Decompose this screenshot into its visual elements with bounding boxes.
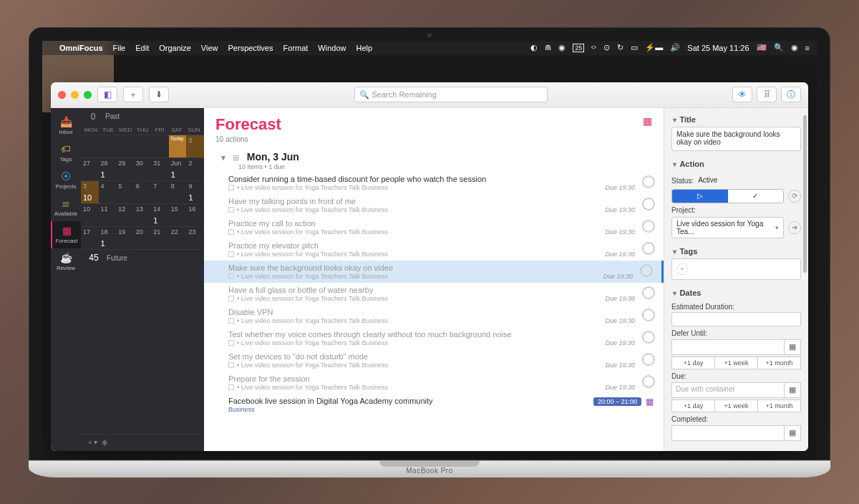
notification-center-icon[interactable]: ≡ — [805, 44, 810, 52]
calendar-cell[interactable]: Jun1 — [169, 158, 187, 180]
flag-icon[interactable] — [228, 318, 234, 324]
flag-icon[interactable] — [228, 384, 234, 390]
due-date-field[interactable]: Due with container — [671, 382, 784, 398]
calendar-cell[interactable]: 29 — [116, 158, 134, 180]
calendar-cell[interactable]: 181 — [99, 226, 117, 249]
status-active-segment[interactable]: ▷ — [672, 190, 728, 203]
due-plus-1month[interactable]: +1 month — [758, 399, 801, 412]
due-plus-1week[interactable]: +1 week — [715, 399, 758, 412]
menu-perspectives[interactable]: Perspectives — [228, 44, 273, 52]
calendar-cell[interactable]: 13 — [134, 203, 152, 226]
add-button[interactable]: ＋▾ — [87, 437, 97, 447]
status-completed-segment[interactable]: ✓ — [728, 190, 784, 203]
perspective-review[interactable]: ☕Review — [51, 248, 81, 276]
flag-icon[interactable] — [228, 362, 234, 368]
repeat-button[interactable]: ⟳ — [788, 190, 801, 203]
task-row[interactable]: Test whether my voice comes through clea… — [204, 327, 664, 349]
task-row[interactable]: Prepare for the session • Live video ses… — [204, 372, 664, 394]
menu-view[interactable]: View — [201, 44, 218, 52]
wifi-icon[interactable]: ⌔ — [591, 44, 596, 52]
calendar-past-row[interactable]: 0 Past — [81, 108, 204, 125]
calendar-cell[interactable] — [151, 135, 169, 158]
inspector-title-header[interactable]: Title — [671, 112, 801, 127]
siri-icon[interactable]: ◉ — [791, 43, 798, 52]
calendar-cell[interactable]: 20 — [134, 226, 152, 249]
sidebar-toggle-button[interactable]: ◧ — [97, 87, 117, 102]
task-checkbox[interactable] — [642, 198, 655, 210]
calendar-cell[interactable]: 91 — [186, 180, 204, 203]
menubar-date-icon[interactable]: 25 — [573, 44, 584, 52]
flag-icon[interactable] — [228, 340, 234, 346]
task-row[interactable]: Have my talking points in front of me • … — [204, 194, 664, 216]
view-options-button[interactable]: 👁 — [732, 87, 752, 102]
calendar-cell[interactable] — [134, 135, 152, 158]
calendar-cell[interactable]: 8 — [169, 180, 187, 203]
search-input[interactable]: 🔍 Search Remaining — [354, 87, 548, 102]
time-machine-icon[interactable]: ↻ — [617, 43, 623, 52]
due-plus-1day[interactable]: +1 day — [671, 399, 715, 412]
menubar-status-icon[interactable]: ◐ — [530, 43, 538, 52]
window-zoom-button[interactable] — [84, 91, 92, 99]
calendar-cell[interactable]: 2 — [186, 158, 204, 180]
perspective-projects[interactable]: ⦿Projects — [51, 167, 81, 194]
inspector-dates-header[interactable]: Dates — [671, 286, 801, 300]
calendar-cell[interactable]: 5 — [116, 180, 134, 203]
menubar-clock[interactable]: Sat 25 May 11:26 — [687, 44, 749, 52]
calendar-cell[interactable]: 12 — [116, 203, 134, 226]
completed-calendar-button[interactable]: ▦ — [784, 425, 801, 441]
estimated-duration-field[interactable] — [671, 312, 801, 326]
flag-icon[interactable] — [228, 207, 234, 213]
perspective-settings-button[interactable]: ⠿ — [757, 87, 777, 102]
calendar-cell[interactable] — [81, 135, 99, 158]
calendar-icon[interactable]: ▦ — [646, 397, 654, 407]
add-tag-button[interactable]: + — [676, 263, 688, 275]
task-checkbox[interactable] — [642, 242, 655, 255]
calendar-cell[interactable]: 15 — [169, 203, 187, 226]
airplay-icon[interactable]: ▭ — [631, 43, 638, 52]
inspector-toggle-button[interactable]: ⓘ — [781, 87, 801, 102]
inspector-tags-header[interactable]: Tags — [671, 244, 801, 258]
task-checkbox[interactable] — [642, 286, 655, 299]
flag-icon[interactable] — [228, 251, 234, 257]
calendar-cell[interactable]: 4 — [99, 180, 117, 203]
app-menu[interactable]: OmniFocus — [59, 44, 103, 52]
calendar-cell[interactable]: 30 — [134, 158, 152, 180]
calendar-cell[interactable]: 17 — [81, 226, 99, 249]
menu-format[interactable]: Format — [283, 44, 309, 52]
perspective-forecast[interactable]: ▦Forecast — [51, 221, 81, 248]
title-field[interactable]: Make sure the background looks okay on v… — [671, 127, 801, 151]
status-segmented-control[interactable]: ▷ ✓ — [671, 189, 784, 203]
calendar-future-row[interactable]: 45 Future — [81, 249, 204, 266]
task-row[interactable]: Have a full glass or bottle of water nea… — [204, 283, 664, 305]
calendar-cell[interactable]: 6 — [134, 180, 152, 203]
window-minimize-button[interactable] — [71, 91, 79, 99]
due-calendar-button[interactable]: ▦ — [784, 382, 801, 398]
calendar-cell[interactable]: 22 — [169, 226, 187, 249]
perspective-tags[interactable]: 🏷Tags — [51, 140, 81, 167]
inspector-action-header[interactable]: Action — [671, 157, 801, 171]
task-checkbox[interactable] — [642, 375, 655, 388]
volume-icon[interactable]: 🔊 — [670, 43, 680, 52]
task-checkbox[interactable] — [640, 264, 653, 277]
date-group-header[interactable]: ▼ ⊞ Mon, 3 Jun 10 items • 1 due — [204, 146, 664, 172]
battery-icon[interactable]: ⚡▬ — [645, 43, 663, 52]
settings-icon[interactable]: ✻ — [102, 439, 107, 447]
calendar-cell[interactable]: 31 — [151, 158, 169, 180]
task-checkbox[interactable] — [642, 331, 655, 344]
calendar-cell[interactable]: 281 — [99, 158, 117, 180]
perspective-inbox[interactable]: 📥Inbox — [51, 112, 81, 140]
scrollbar[interactable] — [803, 115, 807, 273]
quick-entry-button[interactable]: ⬇ — [149, 87, 169, 102]
defer-plus-1day[interactable]: +1 day — [671, 357, 715, 369]
calendar-cell[interactable]: 10 — [81, 203, 99, 226]
task-row[interactable]: Make sure the background looks okay on v… — [204, 261, 664, 283]
new-action-button[interactable]: ＋ — [123, 87, 143, 102]
defer-date-field[interactable] — [671, 339, 784, 355]
goto-project-button[interactable]: ➜ — [788, 221, 801, 234]
task-checkbox[interactable] — [642, 175, 655, 188]
menubar-status-icon[interactable]: ⊙ — [603, 43, 610, 52]
menu-help[interactable]: Help — [356, 44, 372, 52]
task-row[interactable]: Consider running a time-based discount f… — [204, 172, 664, 194]
defer-plus-1month[interactable]: +1 month — [758, 357, 801, 369]
task-row[interactable]: Disable VPN • Live video session for Yog… — [204, 305, 664, 327]
